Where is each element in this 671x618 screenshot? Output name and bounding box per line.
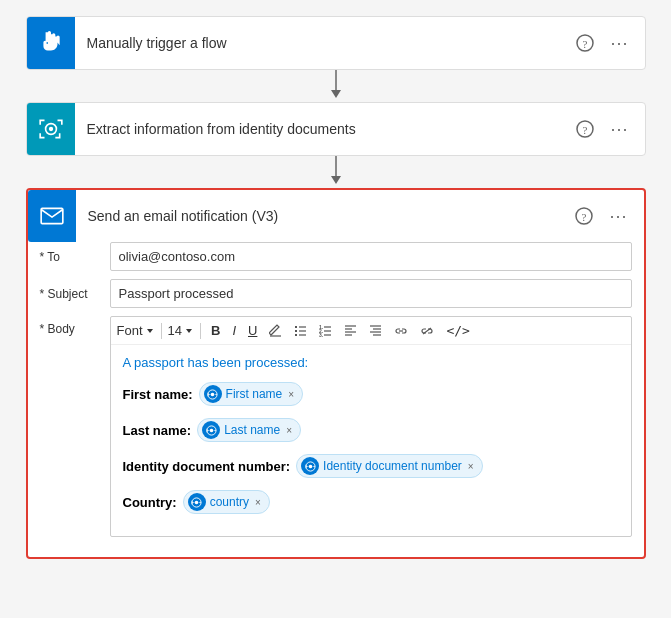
- editor-toolbar: Font 14 B: [111, 317, 631, 345]
- editor-intro: A passport has been processed:: [123, 355, 619, 370]
- svg-point-43: [308, 464, 312, 468]
- trigger-card: Manually trigger a flow ? ···: [26, 16, 646, 70]
- trigger-help-button[interactable]: ?: [572, 30, 598, 56]
- body-label: * Body: [40, 316, 110, 336]
- svg-text:3.: 3.: [319, 332, 324, 337]
- align-right-icon: [369, 324, 382, 337]
- hand-icon: [38, 30, 64, 56]
- svg-text:?: ?: [583, 38, 588, 50]
- svg-marker-13: [147, 329, 153, 333]
- trigger-card-actions: ? ···: [572, 29, 644, 58]
- extract-token-icon: [207, 389, 218, 400]
- highlight-button[interactable]: [265, 322, 286, 339]
- svg-point-45: [195, 500, 199, 504]
- subject-row: * Subject: [40, 279, 632, 308]
- lastname-token-close[interactable]: ×: [286, 425, 292, 436]
- field-row-docnumber: Identity document number: Identity: [123, 454, 619, 478]
- extract-help-button[interactable]: ?: [572, 116, 598, 142]
- svg-point-5: [48, 127, 52, 131]
- docnumber-token[interactable]: Identity document number ×: [296, 454, 483, 478]
- unlink-button[interactable]: [416, 324, 438, 338]
- field-row-firstname: First name: First name: [123, 382, 619, 406]
- firstname-token-close[interactable]: ×: [288, 389, 294, 400]
- font-selector[interactable]: Font: [117, 323, 155, 338]
- token-icon-lastname: [202, 421, 220, 439]
- email-more-button[interactable]: ···: [605, 202, 631, 231]
- field-row-lastname: Last name: Last name: [123, 418, 619, 442]
- extract-card-title: Extract information from identity docume…: [75, 121, 573, 137]
- trigger-card-title: Manually trigger a flow: [75, 35, 573, 51]
- align-left-button[interactable]: [340, 322, 361, 339]
- svg-text:?: ?: [582, 211, 587, 223]
- flow-canvas: Manually trigger a flow ? ···: [16, 16, 655, 559]
- country-token[interactable]: country ×: [183, 490, 270, 514]
- email-icon: [39, 203, 65, 229]
- to-row: * To: [40, 242, 632, 271]
- extract-card-actions: ? ···: [572, 115, 644, 144]
- toolbar-sep-2: [200, 323, 201, 339]
- document-scan-icon: [38, 116, 64, 142]
- chevron-down-icon-2: [184, 326, 194, 336]
- country-field-label: Country:: [123, 495, 177, 510]
- svg-point-39: [211, 392, 215, 396]
- email-card-actions: ? ···: [571, 202, 643, 231]
- country-token-label: country: [210, 495, 249, 509]
- token-icon-docnumber: [301, 457, 319, 475]
- svg-rect-16: [295, 326, 297, 328]
- arrow-1: [326, 70, 346, 102]
- fontsize-selector[interactable]: 14: [168, 323, 194, 338]
- bold-button[interactable]: B: [207, 321, 224, 340]
- bullet-list-button[interactable]: [290, 322, 311, 339]
- svg-marker-9: [331, 176, 341, 184]
- email-card-icon: [28, 190, 76, 242]
- font-label: Font: [117, 323, 143, 338]
- numbered-list-icon: 1. 2. 3.: [319, 324, 332, 337]
- editor-content: A passport has been processed: First nam…: [111, 345, 631, 536]
- svg-text:?: ?: [583, 124, 588, 136]
- lastname-token-label: Last name: [224, 423, 280, 437]
- lastname-field-label: Last name:: [123, 423, 192, 438]
- fontsize-label: 14: [168, 323, 182, 338]
- highlight-icon: [269, 324, 282, 337]
- email-card-title: Send an email notification (V3): [76, 208, 572, 224]
- body-editor: Font 14 B: [110, 316, 632, 537]
- docnumber-token-label: Identity document number: [323, 459, 462, 473]
- extract-card: Extract information from identity docume…: [26, 102, 646, 156]
- svg-rect-10: [41, 208, 63, 223]
- extract-token-icon-2: [206, 425, 217, 436]
- align-right-button[interactable]: [365, 322, 386, 339]
- email-card: Send an email notification (V3) ? ··· * …: [26, 188, 646, 559]
- country-token-close[interactable]: ×: [255, 497, 261, 508]
- underline-button[interactable]: U: [244, 321, 261, 340]
- svg-rect-20: [295, 334, 297, 336]
- to-input[interactable]: [110, 242, 632, 271]
- subject-label: * Subject: [40, 279, 110, 301]
- email-form-body: * To * Subject * Body Font: [28, 242, 644, 557]
- italic-button[interactable]: I: [228, 321, 240, 340]
- to-label: * To: [40, 242, 110, 264]
- subject-input[interactable]: [110, 279, 632, 308]
- code-button[interactable]: </>: [442, 321, 473, 340]
- link-icon: [394, 326, 408, 336]
- extract-card-icon: [27, 103, 75, 155]
- token-icon-country: [188, 493, 206, 511]
- lastname-token[interactable]: Last name ×: [197, 418, 301, 442]
- trigger-more-button[interactable]: ···: [606, 29, 632, 58]
- email-help-button[interactable]: ?: [571, 203, 597, 229]
- numbered-list-button[interactable]: 1. 2. 3.: [315, 322, 336, 339]
- extract-more-button[interactable]: ···: [606, 115, 632, 144]
- align-left-icon: [344, 324, 357, 337]
- field-row-country: Country: country ×: [123, 490, 619, 514]
- arrow-2: [326, 156, 346, 188]
- svg-point-41: [209, 428, 213, 432]
- docnumber-token-close[interactable]: ×: [468, 461, 474, 472]
- extract-token-icon-4: [191, 497, 202, 508]
- link-button[interactable]: [390, 324, 412, 338]
- svg-rect-18: [295, 330, 297, 332]
- bullet-list-icon: [294, 324, 307, 337]
- extract-token-icon-3: [305, 461, 316, 472]
- firstname-token[interactable]: First name ×: [199, 382, 304, 406]
- token-icon-firstname: [204, 385, 222, 403]
- body-row: * Body Font 14: [40, 316, 632, 537]
- unlink-icon: [420, 326, 434, 336]
